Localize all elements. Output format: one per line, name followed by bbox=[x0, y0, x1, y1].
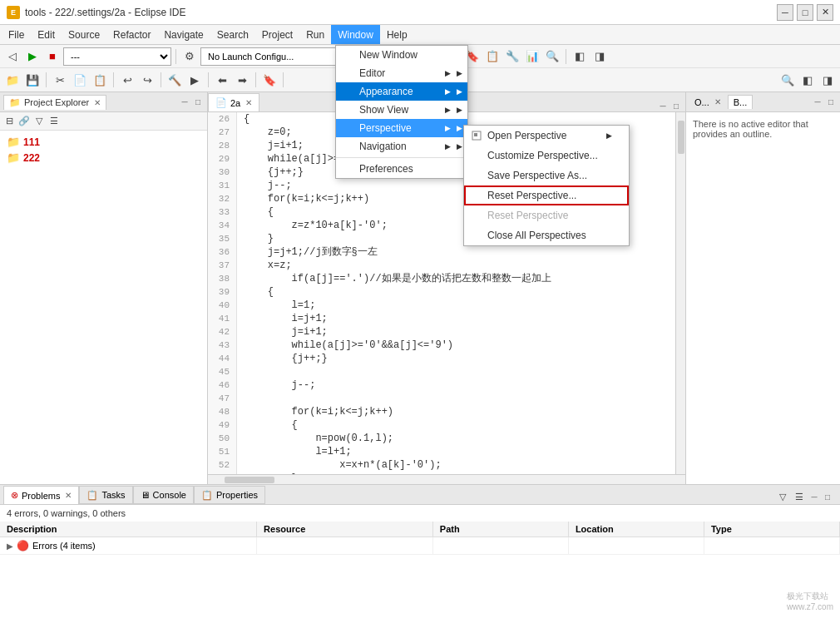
perspectives-btn-2[interactable]: ◨ bbox=[590, 47, 609, 66]
problems-tab[interactable]: ⊗ Problems ✕ bbox=[3, 486, 79, 504]
menu-file[interactable]: File bbox=[2, 25, 31, 44]
editor-minimize[interactable]: ─ bbox=[657, 100, 669, 111]
tb2-btn-5[interactable]: 📋 bbox=[91, 71, 109, 89]
tb2-btn-9[interactable]: ▶ bbox=[185, 71, 204, 89]
menu-source[interactable]: Source bbox=[62, 25, 106, 44]
menu-project[interactable]: Project bbox=[255, 25, 299, 44]
toolbar-btn-8[interactable]: 📋 bbox=[483, 47, 502, 66]
outline-minimize[interactable]: ─ bbox=[812, 96, 823, 108]
tb2-btn-3[interactable]: ✂ bbox=[51, 71, 69, 89]
menu-editor[interactable]: Editor ▶ bbox=[336, 64, 467, 82]
editor-tab-2a[interactable]: 📄 2a ✕ bbox=[208, 93, 259, 111]
tb2-btn-4[interactable]: 📄 bbox=[71, 71, 89, 89]
menu-refactor[interactable]: Refactor bbox=[106, 25, 157, 44]
settings-button[interactable]: ⚙ bbox=[180, 47, 199, 66]
errors-group-row[interactable]: ▶ 🔴 Errors (4 items) bbox=[0, 537, 840, 555]
perspective-save-as[interactable]: Save Perspective As... bbox=[464, 166, 629, 185]
bottom-menu-btn[interactable]: ☰ bbox=[792, 489, 807, 504]
window-menu-dropdown: New Window Editor ▶ Appearance ▶ Show Vi… bbox=[335, 45, 468, 179]
run-button[interactable]: ▶ bbox=[23, 47, 42, 66]
outline-tab-o[interactable]: O... ✕ bbox=[689, 96, 726, 109]
tb2-btn-8[interactable]: 🔨 bbox=[166, 71, 184, 89]
panel-maximize[interactable]: □ bbox=[192, 96, 204, 108]
menu-run[interactable]: Run bbox=[299, 25, 331, 44]
perspective-close-all[interactable]: Close All Perspectives bbox=[464, 225, 629, 245]
menu-help[interactable]: Help bbox=[380, 25, 414, 44]
tb2-btn-2[interactable]: 💾 bbox=[23, 71, 42, 89]
close-button[interactable]: ✕ bbox=[817, 4, 833, 21]
minimize-button[interactable]: ─ bbox=[777, 4, 793, 21]
tasks-tab[interactable]: 📋 Tasks bbox=[79, 486, 132, 504]
outline-tab-b[interactable]: B... bbox=[728, 95, 754, 109]
tb2-btn-12[interactable]: 🔖 bbox=[260, 71, 279, 89]
project-explorer-tab[interactable]: 📁 Project Explorer ✕ bbox=[3, 95, 106, 110]
pe-filter-btn[interactable]: ▽ bbox=[32, 114, 47, 129]
code-line-41: 41 i=j+1; bbox=[208, 312, 675, 325]
toolbar-btn-11[interactable]: 🔍 bbox=[543, 47, 561, 66]
perspective-customize[interactable]: Customize Perspective... bbox=[464, 146, 629, 166]
bottom-maximize[interactable]: □ bbox=[822, 491, 833, 502]
watermark: 极光下载站 www.z7.com bbox=[783, 589, 837, 613]
folder-icon-222: 📁 bbox=[7, 151, 20, 164]
perspective-open[interactable]: Open Perspective ▶ bbox=[464, 126, 629, 146]
perspective-icon-1[interactable]: ◧ bbox=[798, 71, 817, 89]
project-explorer-close[interactable]: ✕ bbox=[94, 98, 101, 107]
perspectives-btn[interactable]: ◧ bbox=[571, 47, 589, 66]
outline-label: O... bbox=[694, 97, 709, 107]
errors-path-cell bbox=[433, 537, 569, 554]
editor-maximize[interactable]: □ bbox=[670, 100, 682, 111]
show-view-icon bbox=[343, 104, 354, 116]
tb2-btn-1[interactable]: 📁 bbox=[3, 71, 22, 89]
panel-minimize[interactable]: ─ bbox=[179, 96, 190, 108]
perspective-icon-2[interactable]: ◨ bbox=[818, 71, 837, 89]
appearance-arrow: ▶ bbox=[445, 87, 451, 96]
pe-collapse-btn[interactable]: ⊟ bbox=[2, 114, 17, 129]
bottom-minimize[interactable]: ─ bbox=[808, 491, 820, 502]
menu-navigation[interactable]: Navigation ▶ bbox=[336, 137, 467, 156]
console-tab[interactable]: 🖥 Console bbox=[133, 486, 194, 504]
editor-tab-close[interactable]: ✕ bbox=[245, 98, 252, 107]
menu-edit[interactable]: Edit bbox=[31, 25, 62, 44]
perspective-reset[interactable]: Reset Perspective... bbox=[464, 185, 629, 205]
code-line-40: 40 l=1; bbox=[208, 299, 675, 312]
tb2-btn-10[interactable]: ⬅ bbox=[213, 71, 231, 89]
bottom-filter-btn[interactable]: ▽ bbox=[775, 489, 790, 504]
code-line-50: 50 n=pow(0.1,l); bbox=[208, 432, 675, 445]
bookmarks-label: B... bbox=[734, 97, 748, 107]
console-icon: 🖥 bbox=[141, 490, 150, 500]
tb2-btn-11[interactable]: ➡ bbox=[233, 71, 251, 89]
problems-close[interactable]: ✕ bbox=[65, 491, 72, 500]
search-icon[interactable]: 🔍 bbox=[778, 71, 797, 89]
pe-link-btn[interactable]: 🔗 bbox=[17, 114, 32, 129]
tree-item-111[interactable]: 📁 111 bbox=[3, 134, 204, 150]
code-line-36: 36 j=j+1;//j到数字§一左 bbox=[208, 245, 675, 259]
menu-new-window[interactable]: New Window bbox=[336, 46, 467, 64]
console-label: Console bbox=[153, 490, 186, 500]
back-button[interactable]: ◁ bbox=[3, 47, 22, 66]
stop-button[interactable]: ■ bbox=[43, 47, 62, 66]
menu-navigate[interactable]: Navigate bbox=[157, 25, 210, 44]
title-bar: E tools - 222/.settings/2a - Eclipse IDE… bbox=[0, 0, 840, 25]
errors-location-cell bbox=[569, 537, 704, 554]
pe-menu-btn[interactable]: ☰ bbox=[47, 114, 62, 129]
menu-appearance[interactable]: Appearance ▶ bbox=[336, 82, 467, 101]
menu-show-view[interactable]: Show View ▶ bbox=[336, 101, 467, 119]
menu-search[interactable]: Search bbox=[210, 25, 255, 44]
tb2-btn-6[interactable]: ↩ bbox=[118, 71, 136, 89]
toolbar-btn-10[interactable]: 📊 bbox=[523, 47, 541, 66]
outline-close[interactable]: ✕ bbox=[714, 97, 721, 106]
col-type: Type bbox=[704, 522, 840, 537]
menu-perspective[interactable]: Perspective ▶ bbox=[336, 119, 467, 137]
maximize-button[interactable]: □ bbox=[797, 4, 813, 21]
properties-tab[interactable]: 📋 Properties bbox=[194, 486, 265, 504]
editor-hscrollbar[interactable] bbox=[208, 474, 685, 484]
toolbar-btn-9[interactable]: 🔧 bbox=[503, 47, 521, 66]
tree-item-222[interactable]: 📁 222 bbox=[3, 150, 204, 166]
menu-sep-1 bbox=[336, 157, 467, 158]
target-combo[interactable]: --- bbox=[63, 47, 171, 66]
menu-window[interactable]: Window bbox=[331, 25, 380, 44]
editor-scrollbar[interactable] bbox=[675, 112, 685, 474]
menu-preferences[interactable]: Preferences bbox=[336, 160, 467, 178]
tb2-btn-7[interactable]: ↪ bbox=[138, 71, 156, 89]
outline-maximize[interactable]: □ bbox=[825, 96, 837, 108]
